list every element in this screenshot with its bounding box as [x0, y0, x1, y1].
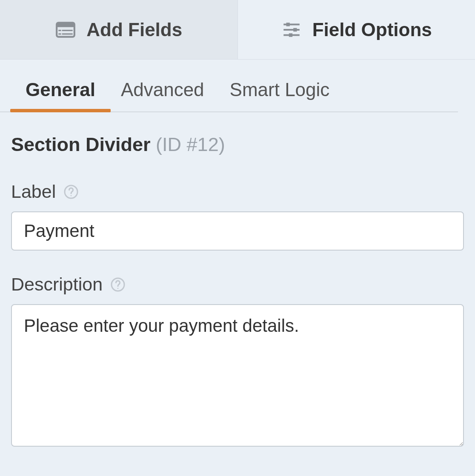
- svg-rect-4: [59, 33, 61, 34]
- svg-rect-3: [62, 30, 73, 31]
- help-icon[interactable]: [110, 277, 126, 292]
- label-input[interactable]: [11, 211, 464, 251]
- sub-tabs: General Advanced Smart Logic: [0, 68, 458, 112]
- svg-rect-5: [62, 33, 73, 34]
- tab-field-options-label: Field Options: [312, 19, 432, 40]
- subtab-advanced[interactable]: Advanced: [121, 68, 204, 111]
- top-tabs: Add Fields Field Options: [0, 0, 475, 60]
- description-field-label: Description: [11, 274, 103, 295]
- subtab-smart-logic[interactable]: Smart Logic: [230, 68, 330, 111]
- description-row: Description: [11, 274, 464, 295]
- section-title: Section Divider (ID #12): [11, 134, 464, 156]
- svg-rect-2: [59, 30, 61, 31]
- tab-add-fields-label: Add Fields: [86, 19, 182, 40]
- svg-rect-7: [286, 23, 289, 26]
- tab-add-fields[interactable]: Add Fields: [0, 0, 238, 59]
- subtab-general[interactable]: General: [26, 68, 95, 111]
- tab-field-options[interactable]: Field Options: [238, 0, 475, 59]
- content-panel: Section Divider (ID #12) Label Descripti…: [0, 112, 475, 448]
- svg-rect-1: [57, 23, 74, 27]
- label-row: Label: [11, 181, 464, 202]
- description-textarea[interactable]: [11, 304, 464, 447]
- svg-point-13: [71, 195, 72, 196]
- section-name: Section Divider: [11, 134, 151, 155]
- field-group-label: Label: [11, 181, 464, 251]
- svg-rect-11: [289, 33, 292, 37]
- field-group-description: Description: [11, 274, 464, 448]
- svg-point-15: [117, 288, 119, 289]
- svg-rect-9: [293, 28, 297, 31]
- list-icon: [55, 19, 76, 40]
- section-id: (ID #12): [156, 134, 225, 155]
- sliders-icon: [281, 19, 302, 40]
- help-icon[interactable]: [63, 184, 79, 200]
- label-field-label: Label: [11, 181, 56, 202]
